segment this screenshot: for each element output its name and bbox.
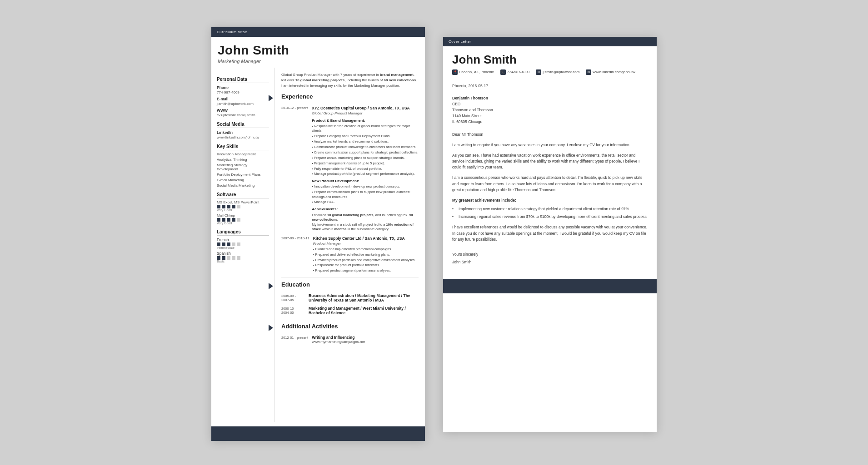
cl-location: 📍 Phoenix, AZ, Phoenix (452, 69, 494, 75)
exp-bullet: • Responsible for the creation of global… (312, 124, 419, 134)
exp-bullet: • Provided product portfolios and compet… (313, 258, 419, 263)
edu-degree: Marketing and Management / West Miami Un… (309, 306, 419, 315)
cl-linkedin-text: www.linkedin.com/johnutw (593, 70, 635, 74)
exp-bullet: • Prepare communication plans to support… (312, 190, 419, 200)
skill-item: Marketing Strategy Development (217, 163, 269, 171)
experience-arrow (269, 95, 273, 101)
cl-sign-off: Yours sincerely (452, 252, 648, 257)
cv-name-section: John Smith Marketing Manager (211, 37, 425, 68)
language-dot (232, 242, 235, 246)
skills-list: Innovation ManagementAnalytical Thinking… (217, 152, 269, 188)
www-label: WWW (217, 108, 269, 113)
cl-phone: 📞 774-987-4009 (500, 69, 530, 75)
cl-email-text: j.smith@uptowork.com (543, 70, 579, 74)
cv-document: Curriculum Vitae John Smith Marketing Ma… (211, 27, 425, 441)
exp-bullet: • Planned and implemented promotional ca… (313, 247, 419, 252)
cover-letter-document: Cover Letter John Smith 📍 Phoenix, AZ, P… (443, 37, 657, 432)
exp-role: Product Manager (313, 241, 419, 247)
language-dot (222, 242, 225, 246)
activity-date: 2012-01 - present (281, 335, 308, 344)
cv-name: John Smith (218, 43, 419, 58)
skill-item: Portfolio Deployment Plans (217, 173, 269, 177)
cl-para-2: As you can see, I have had extensive vac… (452, 153, 648, 171)
exp-company: XYZ Cosmetics Capital Group / San Antoni… (312, 105, 419, 111)
cl-recipient-name: Benjamin Thomson (452, 95, 648, 101)
education-arrow (269, 283, 273, 289)
language-level: Intermediate (217, 246, 269, 249)
cl-body: Phoenix, 2016-05-17 Benjamin Thomson CEO… (443, 79, 657, 275)
language-dot (227, 242, 230, 246)
email-value: j.smith@uptowork.com (217, 102, 269, 106)
skill-dot (222, 205, 225, 208)
language-item: FrenchIntermediate (217, 237, 269, 249)
cl-recipient-title: CEO (452, 101, 648, 107)
language-name: Spanish (217, 251, 269, 256)
language-dot (217, 242, 220, 246)
education-list: 2005-09 - 2007-05Business Administration… (281, 293, 419, 315)
language-dot (232, 256, 235, 260)
activity-detail: www.mymarketingcampaigns.me (312, 340, 365, 344)
edu-degree: Business Administration / Marketing Mana… (309, 293, 419, 302)
exp-bullet: • Prepare Category and Portfolio Deploym… (312, 134, 419, 139)
linkedin-value: www.linkedin.com/johnutw (217, 135, 269, 139)
skill-dot (217, 205, 220, 208)
linkedin-icon: in (586, 69, 591, 75)
experience-heading: Experience (281, 93, 313, 100)
exp-bullet: • Prepare annual marketing plans to supp… (312, 156, 419, 161)
personal-data-heading: Personal Data (217, 77, 269, 83)
software-heading: Software (217, 192, 269, 198)
activities-list: 2012-01 - presentWriting and Influencing… (281, 335, 419, 344)
exp-company: Kitchen Supply Center Ltd / San Antonio,… (313, 236, 419, 241)
edu-item: 2005-09 - 2007-05Business Administration… (281, 293, 419, 302)
cv-main: Global Group Product Manager with 7 year… (275, 68, 425, 422)
software-list: MS Excel, MS PowerPointVery GoodMail Chi… (217, 200, 269, 225)
exp-bullet: • Manage P&L. (312, 200, 419, 205)
cl-achievement-bullet: •Increasing regional sales revenue from … (452, 214, 648, 220)
phone-label: Phone (217, 85, 269, 90)
phone-icon: 📞 (500, 69, 506, 75)
language-bar (217, 242, 269, 246)
phone-value: 774-987-4009 (217, 90, 269, 94)
cv-footer (211, 426, 425, 441)
cv-body: Personal Data Phone 774-987-4009 E-mail … (211, 68, 425, 422)
cl-recipient-company: Thomson and Thomson (452, 107, 648, 113)
exp-role: Global Group Product Manager (312, 111, 419, 116)
skill-dot (232, 218, 235, 222)
cl-achievements-list: •Implementing new customer relations str… (452, 206, 648, 220)
cl-phone-text: 774-987-4009 (507, 70, 530, 74)
experience-list: 2010-12 - presentXYZ Cosmetics Capital G… (281, 105, 419, 273)
exp-bullet: • Manage product portfolio (product segm… (312, 172, 419, 177)
exp-bullet: • Analyze market trends and recommend so… (312, 139, 419, 144)
skill-level: Very Good (217, 208, 269, 212)
exp-bullet: • Prepared product segment performance a… (313, 268, 419, 273)
cl-recipient-city: IL 60605 Chicago (452, 119, 648, 125)
cv-header-label: Curriculum Vitae (217, 30, 247, 34)
language-dot (222, 256, 225, 260)
exp-bullet: • Responsible for product portfolio fore… (313, 263, 419, 268)
exp-content: Kitchen Supply Center Ltd / San Antonio,… (313, 236, 419, 273)
software-name: MS Excel, MS PowerPoint (217, 200, 269, 204)
exp-date: 2007-09 - 2010-11 (281, 236, 309, 273)
edu-content: Marketing and Management / West Miami Un… (309, 306, 419, 315)
cl-linkedin: in www.linkedin.com/johnutw (586, 69, 635, 75)
education-heading: Education (281, 281, 310, 288)
cl-contact-row: 📍 Phoenix, AZ, Phoenix 📞 774-987-4009 ✉ … (452, 69, 648, 75)
cl-footer (443, 279, 657, 293)
skill-item: Social Media Marketing (217, 183, 269, 188)
edu-item: 2000-10 - 2004-05Marketing and Managemen… (281, 306, 419, 315)
exp-bullet: • Fully responsible for P&L of product p… (312, 167, 419, 172)
exp-sub-heading: Product & Brand Management: (312, 118, 419, 124)
activity-content: Writing and Influencingwww.mymarketingca… (312, 335, 365, 344)
exp-bullet: • Innovation development - develop new p… (312, 184, 419, 189)
cl-header-label: Cover Letter (449, 40, 471, 44)
language-dot (237, 242, 240, 246)
email-label: E-mail (217, 97, 269, 101)
cl-email: ✉ j.smith@uptowork.com (536, 69, 579, 75)
edu-content: Business Administration / Marketing Mana… (309, 293, 419, 302)
education-section-header: Education (275, 281, 419, 291)
cl-recipient: Benjamin Thomson CEO Thomson and Thomson… (452, 95, 648, 125)
key-skills-heading: Key Skills (217, 144, 269, 150)
edu-date: 2000-10 - 2004-05 (281, 306, 305, 315)
languages-list: FrenchIntermediateSpanishBasic (217, 237, 269, 263)
skill-dot (237, 205, 240, 208)
